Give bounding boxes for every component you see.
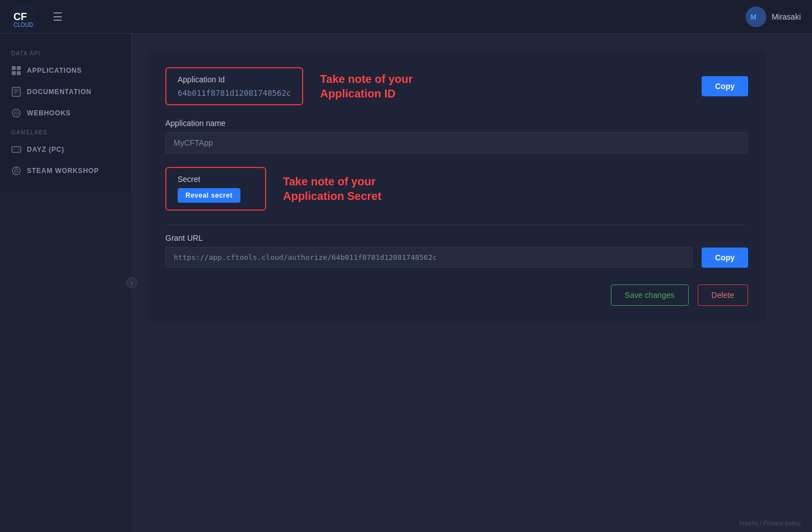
grant-url-section: Grant URL https://app.cftools.cloud/auth… (165, 234, 748, 268)
steam-icon (11, 166, 21, 176)
sidebar-applications-label: Applications (27, 67, 82, 74)
svg-rect-6 (17, 66, 21, 70)
sidebar-item-documentation[interactable]: Documentation (0, 81, 131, 102)
navbar-right: M Mirasaki (746, 7, 801, 27)
hamburger-menu-icon[interactable]: ☰ (53, 10, 63, 24)
svg-rect-9 (12, 87, 20, 96)
app-id-value: 64b011f8781d12081748562c (178, 88, 291, 97)
svg-text:CLOUD: CLOUD (13, 22, 33, 28)
copy-app-id-button[interactable]: Copy (702, 76, 748, 96)
navbar: CF CLOUD ☰ M Mirasaki (0, 0, 812, 34)
webhook-icon (11, 108, 21, 118)
secret-annotation: Take note of your Application Secret (283, 174, 382, 203)
grant-url-label: Grant URL (165, 234, 748, 242)
svg-point-13 (12, 109, 20, 117)
action-buttons: Save changes Delete (165, 284, 748, 306)
app-id-annotation: Take note of your Application ID (320, 72, 412, 101)
sidebar-item-webhooks[interactable]: Webhooks (0, 102, 131, 124)
grant-url-value: https://app.cftools.cloud/authorize/64b0… (165, 247, 693, 268)
grant-url-row: https://app.cftools.cloud/authorize/64b0… (165, 247, 748, 268)
app-name-section: Application name MyCFTApp (165, 119, 748, 153)
sidebar: Data API Applications Documentation (0, 34, 132, 193)
svg-rect-14 (12, 147, 21, 152)
sidebar-wrapper: Data API Applications Documentation (0, 34, 132, 532)
grid-icon (11, 66, 21, 76)
svg-rect-7 (12, 71, 16, 75)
svg-point-20 (15, 169, 18, 172)
doc-icon (11, 87, 21, 97)
app-id-box: Application Id 64b011f8781d12081748562c (165, 67, 303, 105)
sidebar-documentation-label: Documentation (27, 88, 91, 96)
app-name-input[interactable]: MyCFTApp (165, 132, 748, 153)
navbar-left: CF CLOUD ☰ (11, 4, 63, 29)
sidebar-collapse-handle[interactable]: › (126, 277, 137, 288)
logo-icon: CF CLOUD (11, 4, 36, 29)
footer-privacy-link[interactable]: Privacy policy (763, 520, 801, 526)
sidebar-webhooks-label: Webhooks (27, 109, 71, 117)
footer: Imprint / Privacy policy (739, 520, 801, 526)
secret-label: Secret (178, 175, 254, 184)
copy-grant-url-button[interactable]: Copy (702, 248, 748, 268)
avatar: M (746, 7, 766, 27)
svg-point-17 (17, 148, 18, 150)
secret-box: Secret Reveal secret (165, 167, 266, 211)
app-name-label: Application name (165, 119, 748, 128)
username-label: Mirasaki (772, 12, 801, 21)
secret-section: Secret Reveal secret Take note of your A… (165, 167, 748, 211)
sidebar-steam-label: Steam Workshop (27, 167, 99, 175)
footer-imprint-link[interactable]: Imprint (739, 520, 758, 526)
game-icon (11, 144, 21, 155)
sidebar-item-applications[interactable]: Applications (0, 60, 131, 81)
delete-button[interactable]: Delete (698, 284, 748, 306)
content-area: Application Id 64b011f8781d12081748562c … (132, 34, 812, 532)
divider (165, 224, 748, 225)
svg-text:M: M (750, 13, 757, 21)
save-changes-button[interactable]: Save changes (611, 284, 689, 306)
sidebar-dayz-label: DayZ (PC) (27, 146, 64, 153)
svg-text:CF: CF (13, 11, 27, 22)
sidebar-item-steam-workshop[interactable]: Steam Workshop (0, 160, 131, 181)
sidebar-item-dayz[interactable]: DayZ (PC) (0, 139, 131, 160)
svg-point-18 (18, 150, 20, 151)
main-card: Application Id 64b011f8781d12081748562c … (149, 50, 765, 323)
main-layout: Data API Applications Documentation (0, 34, 812, 532)
sidebar-section-data-api: Data API (0, 45, 131, 60)
footer-separator: / (758, 520, 763, 526)
logo: CF CLOUD (11, 4, 36, 29)
app-id-label: Application Id (178, 75, 291, 84)
svg-rect-8 (17, 71, 21, 75)
reveal-secret-button[interactable]: Reveal secret (178, 188, 240, 203)
sidebar-section-gamelabs: Gamelabs (0, 124, 131, 139)
app-id-section: Application Id 64b011f8781d12081748562c … (165, 67, 748, 105)
svg-rect-5 (12, 66, 16, 70)
